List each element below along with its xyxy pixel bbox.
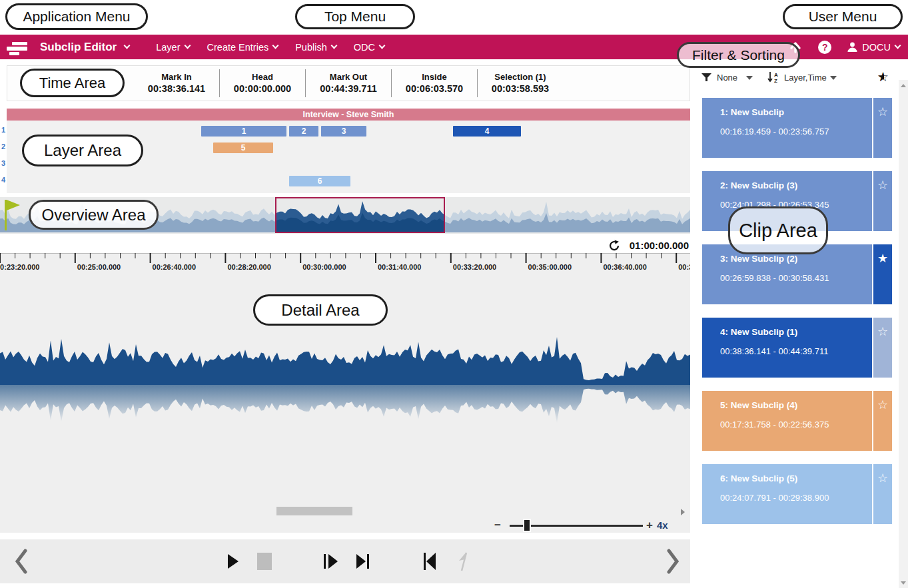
filter-funnel-icon[interactable]: [701, 73, 711, 82]
layer-number-3: 3: [1, 159, 11, 167]
favorites-filter-star-icon[interactable]: ☆★: [877, 71, 889, 83]
overview-viewport-rect[interactable]: [275, 197, 445, 233]
app-title[interactable]: Subclip Editor: [40, 41, 117, 54]
chevron-down-icon: [184, 43, 191, 49]
play-button[interactable]: [227, 539, 239, 583]
filter-chevron-down-icon[interactable]: [746, 76, 753, 80]
sort-dropdown[interactable]: Layer,Time: [784, 73, 827, 83]
clip-timerange: 00:26:59.838 - 00:30:58.431: [720, 273, 872, 283]
menu-layer[interactable]: Layer: [156, 42, 189, 53]
user-menu-annotation: User Menu: [783, 4, 903, 29]
favorite-star-icon[interactable]: ☆: [877, 399, 888, 451]
detail-area-annotation: Detail Area: [253, 294, 388, 326]
menu-create-entries[interactable]: Create Entries: [207, 42, 278, 53]
head-flag-icon[interactable]: [4, 198, 21, 232]
time-field-mark-in: Mark In00:38:36.141: [134, 72, 219, 95]
detail-area[interactable]: 01:00:00.000 00:23:20.00000:25:00.00000:…: [0, 237, 690, 533]
menu-publish[interactable]: Publish: [295, 42, 336, 53]
time-field-mark-out: Mark Out00:44:39.711: [306, 72, 391, 95]
layer-clip-1[interactable]: 1: [201, 126, 286, 137]
user-menu-docu[interactable]: DOCU: [847, 42, 900, 53]
clip-title: 5: New Subclip (4): [720, 400, 872, 410]
next-clip-button[interactable]: [665, 539, 680, 583]
clip-favorite-cell[interactable]: ☆: [873, 171, 892, 231]
refresh-icon[interactable]: [608, 240, 620, 252]
clip-card-6[interactable]: 6: New Subclip (5) 00:24:07.791 - 00:29:…: [702, 464, 892, 524]
go-to-mark-in-button[interactable]: [424, 539, 438, 583]
duration-row: 01:00:00.000: [0, 237, 690, 253]
clip-card-4[interactable]: 4: New Subclip (1) 00:38:36.141 - 00:44:…: [702, 318, 892, 378]
clip-card-1[interactable]: 1: New Subclip 00:16:19.459 - 00:23:56.7…: [702, 98, 892, 158]
time-field-head: Head00:00:00.000: [220, 72, 305, 95]
time-area-annotation: Time Area: [20, 69, 125, 97]
clip-area-annotation: Clip Area: [728, 206, 828, 254]
layer-clip-5[interactable]: 5: [213, 143, 273, 153]
chevron-down-icon: [379, 43, 386, 49]
stop-button[interactable]: [256, 539, 272, 583]
transport-bar: [0, 539, 690, 583]
favorite-star-icon[interactable]: ☆: [877, 179, 888, 231]
ruler-labels: 00:23:20.00000:25:00.00000:26:40.00000:2…: [0, 263, 690, 273]
ruler-timecode: 00:26:40.000: [153, 263, 196, 271]
chevron-down-icon: [330, 43, 337, 49]
scroll-down-arrow-icon[interactable]: [901, 581, 906, 585]
clip-favorite-cell[interactable]: ☆: [873, 318, 892, 378]
filter-dropdown[interactable]: None: [717, 73, 737, 83]
clip-favorite-cell[interactable]: ☆: [873, 98, 892, 158]
favorite-star-icon[interactable]: ☆: [877, 472, 888, 524]
application-menu-annotation: Application Menu: [5, 3, 148, 30]
clip-title: 3: New Subclip (2): [720, 254, 872, 264]
clip-timerange: 00:16:19.459 - 00:23:56.757: [720, 127, 872, 137]
clip-timerange: 00:38:36.141 - 00:44:39.711: [720, 346, 872, 356]
chevron-down-icon: [895, 43, 901, 49]
clip-card-body[interactable]: 4: New Subclip (1) 00:38:36.141 - 00:44:…: [702, 318, 872, 378]
favorite-star-icon[interactable]: ★: [877, 252, 888, 304]
top-menu-annotation: Top Menu: [295, 4, 415, 29]
duration-timecode: 01:00:00.000: [630, 240, 689, 251]
zoom-in-button[interactable]: +: [646, 519, 653, 532]
scroll-up-arrow-icon[interactable]: [901, 84, 906, 87]
clip-favorite-cell[interactable]: ★: [873, 244, 892, 304]
zoom-slider-handle[interactable]: [523, 519, 531, 532]
clip-title: 2: New Subclip (3): [720, 180, 872, 190]
previous-clip-button[interactable]: [15, 539, 29, 583]
clip-card-body[interactable]: 1: New Subclip 00:16:19.459 - 00:23:56.7…: [702, 98, 872, 158]
clip-panel-scrollbar[interactable]: [899, 80, 908, 588]
clip-card-body[interactable]: 6: New Subclip (5) 00:24:07.791 - 00:29:…: [702, 464, 872, 524]
layer-clip-2[interactable]: 2: [289, 126, 318, 137]
zoom-control: − + 4x: [0, 519, 690, 533]
layer-number-4: 4: [1, 176, 11, 184]
ruler-timecode: 00:36:40.000: [603, 263, 646, 271]
app-logo-icon[interactable]: [5, 39, 32, 56]
go-to-end-button[interactable]: [356, 539, 371, 583]
favorite-star-icon[interactable]: ☆: [877, 326, 888, 378]
clip-card-body[interactable]: 5: New Subclip (4) 00:17:31.758 - 00:22:…: [702, 391, 872, 451]
app-title-chevron-down-icon[interactable]: [124, 43, 131, 49]
layer-clip-3[interactable]: 3: [321, 126, 366, 137]
ruler-timecode: 00:28:20.000: [227, 263, 270, 271]
zoom-level: 4x: [657, 519, 668, 531]
menu-odc[interactable]: ODC: [354, 42, 384, 53]
help-icon[interactable]: ?: [818, 41, 831, 54]
svg-text:A: A: [774, 72, 778, 78]
flag-button[interactable]: [457, 539, 470, 583]
layer-number-1: 1: [1, 126, 11, 134]
source-title-bar[interactable]: Interview - Steve Smith: [7, 109, 690, 121]
time-field-selection: Selection (1)00:03:58.593: [478, 72, 563, 95]
filter-sorting-annotation: Filter & Sorting: [677, 42, 800, 68]
sort-az-icon[interactable]: A Z: [767, 71, 781, 83]
horizontal-scrollbar-thumb[interactable]: [276, 507, 352, 515]
ruler-timecode: 00:23:20.000: [0, 263, 39, 271]
clip-favorite-cell[interactable]: ☆: [873, 391, 892, 451]
clip-title: 4: New Subclip (1): [720, 327, 872, 337]
clip-favorite-cell[interactable]: ☆: [873, 464, 892, 524]
scroll-right-arrow-icon[interactable]: [681, 509, 685, 515]
clip-timerange: 00:17:31.758 - 00:22:56.375: [720, 420, 872, 430]
zoom-out-button[interactable]: −: [494, 519, 501, 532]
sort-chevron-down-icon[interactable]: [830, 76, 837, 80]
favorite-star-icon[interactable]: ☆: [877, 106, 888, 158]
layer-clip-4[interactable]: 4: [453, 126, 521, 137]
clip-card-5[interactable]: 5: New Subclip (4) 00:17:31.758 - 00:22:…: [702, 391, 892, 451]
step-forward-button[interactable]: [324, 539, 340, 583]
layer-clip-6[interactable]: 6: [289, 176, 350, 186]
